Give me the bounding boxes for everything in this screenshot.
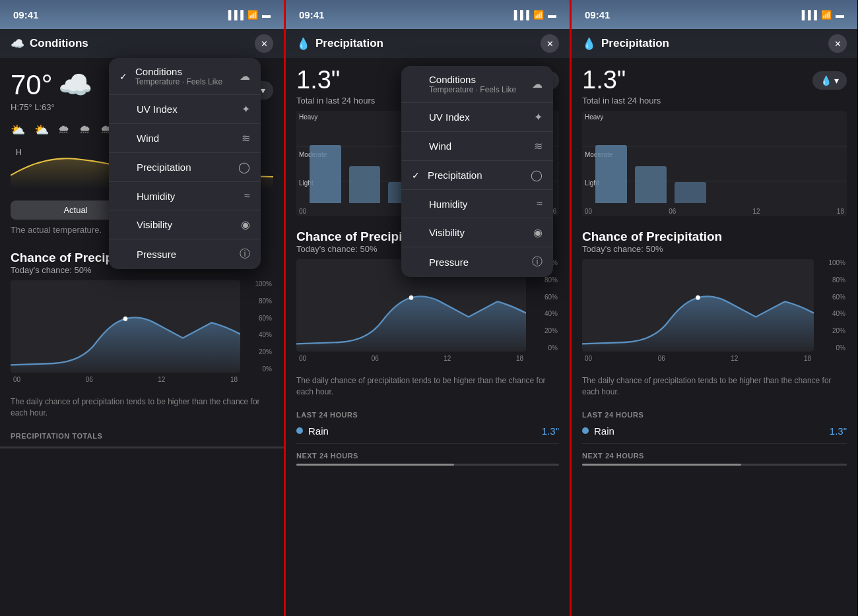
chevron-icon-1: ▾ xyxy=(261,85,265,96)
y-label-80-1: 80% xyxy=(259,297,272,305)
bar-chart-3: Heavy Moderate Light 00 06 12 18 xyxy=(582,111,847,216)
bar-1-2 xyxy=(310,145,341,203)
totals-rain-row-3: Rain 1.3" xyxy=(582,419,847,444)
totals-divider-1 xyxy=(0,447,284,448)
status-icons-3: ▐▐▐ 📶 ▬ xyxy=(799,10,844,20)
wifi-icon-1: 📶 xyxy=(248,10,258,20)
header-label-2: Precipitation xyxy=(315,37,383,50)
status-time-3: 09:41 xyxy=(585,9,610,20)
header-label-1: Conditions xyxy=(30,37,88,50)
status-time-2: 09:41 xyxy=(299,9,324,20)
x-label-12-3: 12 xyxy=(731,355,738,362)
dropdown-item-pressure-2[interactable]: Pressure ⓘ xyxy=(401,247,553,277)
check-icon-1: ✓ xyxy=(119,71,127,82)
svg-point-2 xyxy=(123,317,128,321)
x-label-06-3: 06 xyxy=(658,355,665,362)
dropdown-item-uv-2[interactable]: UV Index ✦ xyxy=(401,103,553,132)
content-area-3: 1.3" Total in last 24 hours 💧 ▾ Heavy Mo… xyxy=(572,58,857,616)
mode-button-3[interactable]: 💧 ▾ xyxy=(812,71,847,90)
signal-icon-1: ▐▐▐ xyxy=(225,10,244,20)
y-label-0-2: 0% xyxy=(548,344,558,352)
line-chart-1: 100% 80% 60% 40% 20% 0% 00 06 12 18 xyxy=(11,280,273,386)
totals-rain-left-3: Rain xyxy=(582,425,614,437)
x-label-18-1: 18 xyxy=(230,376,238,383)
temp-hl-1: H:75° L:63° xyxy=(11,102,92,112)
line-chart-x-labels-1: 00 06 12 18 xyxy=(11,373,240,386)
line-chart-3: 100% 80% 60% 40% 20% 0% 00 06 12 18 xyxy=(582,259,847,365)
dropdown-item-uv-1[interactable]: UV Index ✦ xyxy=(109,95,261,124)
progress-fill-2 xyxy=(296,464,454,466)
chart-desc-2: The daily chance of precipitation tends … xyxy=(286,373,570,403)
hour-icon-2: 🌧 xyxy=(58,123,70,137)
dropdown-icon-uv-2: ✦ xyxy=(534,111,543,123)
chart-h-label-1: H xyxy=(16,148,22,157)
hour-icon-3: 🌧 xyxy=(79,123,91,137)
close-button-3[interactable]: ✕ xyxy=(828,34,847,53)
precip-chance-3: Chance of Precipitation Today's chance: … xyxy=(572,219,857,373)
bar-3-3 xyxy=(675,182,706,203)
totals-last-label-3: LAST 24 HOURS xyxy=(582,411,847,419)
dropdown-item-precip-2[interactable]: ✓ Precipitation ◯ xyxy=(401,161,553,190)
dropdown-item-conditions-2[interactable]: Conditions Temperature · Feels Like ☁ xyxy=(401,66,553,103)
dropdown-icon-humidity-1: ≈ xyxy=(244,190,250,202)
progress-bar-2 xyxy=(296,464,559,466)
bar-label-heavy-3: Heavy xyxy=(585,113,603,121)
dropdown-item-conditions-1[interactable]: ✓ Conditions Temperature · Feels Like ☁ xyxy=(109,58,261,95)
hour-icon-1: ⛅ xyxy=(34,123,49,137)
status-icons-2: ▐▐▐ 📶 ▬ xyxy=(511,10,556,20)
header-bar-2: 💧 Precipitation ✕ xyxy=(286,29,570,58)
battery-icon-2: ▬ xyxy=(548,10,556,20)
dropdown-item-visibility-2[interactable]: Visibility ◉ xyxy=(401,218,553,247)
dropdown-item-humidity-2[interactable]: Humidity ≈ xyxy=(401,190,553,218)
totals-next-label-2: NEXT 24 HOURS xyxy=(296,452,559,460)
bx-06-3: 06 xyxy=(669,208,676,215)
header-bar-3: 💧 Precipitation ✕ xyxy=(572,29,857,58)
check-icon-p2: ✓ xyxy=(412,170,420,181)
status-bar-1: 09:41 ▐▐▐ 📶 ▬ xyxy=(0,0,284,29)
dropdown-label-precip-1: Precipitation xyxy=(137,162,191,173)
mode-icon-3: 💧 xyxy=(820,75,832,86)
x-label-00-1: 00 xyxy=(13,376,20,383)
dropdown-item-wind-1[interactable]: Wind ≋ xyxy=(109,124,261,153)
dropdown-label-visibility-2: Visibility xyxy=(429,227,465,238)
dropdown-icon-pressure-2: ⓘ xyxy=(532,255,543,269)
header-title-1: ☁️ Conditions xyxy=(11,37,88,51)
panel-3: 09:41 ▐▐▐ 📶 ▬ 💧 Precipitation ✕ 1.3" Tot… xyxy=(572,0,857,616)
precip-val-2: 1.3" xyxy=(296,66,375,94)
bx-00-2: 00 xyxy=(299,208,306,215)
progress-bar-3 xyxy=(582,464,847,466)
status-time-1: 09:41 xyxy=(13,9,38,20)
dropdown-sub-cond-2: Temperature · Feels Like xyxy=(429,85,516,94)
dropdown-item-precip-1[interactable]: Precipitation ◯ xyxy=(109,153,261,182)
dropdown-icon-pressure-1: ⓘ xyxy=(240,247,250,261)
dropdown-item-wind-2[interactable]: Wind ≋ xyxy=(401,132,553,161)
close-button-2[interactable]: ✕ xyxy=(541,34,559,53)
y-label-100-1: 100% xyxy=(255,280,272,288)
dropdown-icon-precip-1: ◯ xyxy=(238,161,250,173)
precip-chance-title-3: Chance of Precipitation xyxy=(582,230,847,244)
dropdown-item-visibility-1[interactable]: Visibility ◉ xyxy=(109,210,261,239)
totals-last-label-2: LAST 24 HOURS xyxy=(296,411,559,419)
temp-main-1: 70° ☁️ xyxy=(11,69,92,101)
dropdown-icon-uv-1: ✦ xyxy=(242,103,250,115)
bx-18-3: 18 xyxy=(837,208,844,215)
status-bar-2: 09:41 ▐▐▐ 📶 ▬ xyxy=(286,0,570,29)
rain-label-3: Rain xyxy=(594,425,614,437)
line-chart-inner-3 xyxy=(582,259,814,352)
temp-value-1: 70° xyxy=(11,69,53,101)
line-svg-1 xyxy=(11,280,240,373)
dropdown-item-pressure-1[interactable]: Pressure ⓘ xyxy=(109,239,261,269)
bar-chart-inner-3: Heavy Moderate Light 00 06 12 18 xyxy=(582,111,847,216)
svg-point-4 xyxy=(409,295,414,300)
battery-icon-3: ▬ xyxy=(836,10,844,20)
x-label-06-2: 06 xyxy=(372,355,379,362)
close-button-1[interactable]: ✕ xyxy=(255,34,273,53)
chevron-icon-3: ▾ xyxy=(834,75,839,86)
y-label-40-3: 40% xyxy=(832,310,845,317)
dropdown-menu-1: ✓ Conditions Temperature · Feels Like ☁ … xyxy=(109,58,261,269)
bx-00-3: 00 xyxy=(585,208,592,215)
dropdown-item-humidity-1[interactable]: Humidity ≈ xyxy=(109,182,261,210)
header-icon-3: 💧 xyxy=(582,37,596,51)
y-label-60-1: 60% xyxy=(259,315,272,322)
bx-12-3: 12 xyxy=(753,208,760,215)
